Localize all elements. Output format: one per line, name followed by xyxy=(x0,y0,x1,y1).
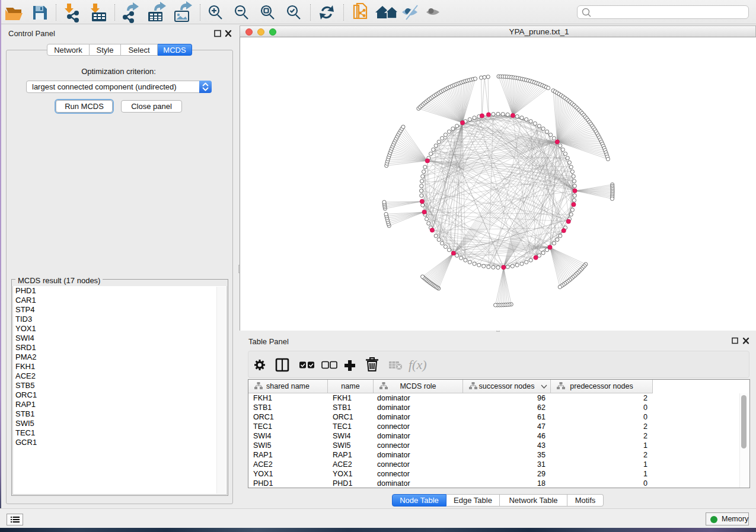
svg-text:f(x): f(x) xyxy=(409,357,427,372)
